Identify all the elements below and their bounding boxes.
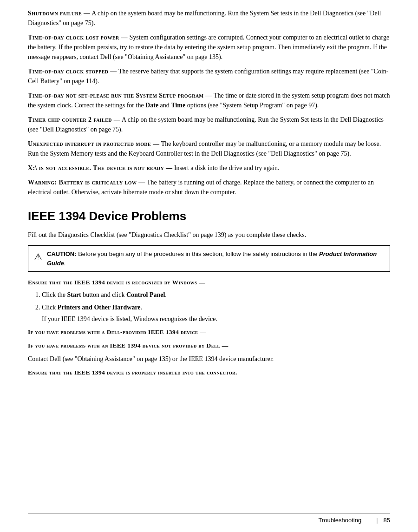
entry-time-of-day-lost-power: Time-of-day clock lost power — System co… bbox=[28, 33, 390, 62]
if-label-not-dell-provided: If you have problems with an IEEE 1394 d… bbox=[28, 341, 390, 350]
caution-icon: ⚠ bbox=[34, 250, 42, 264]
ensure-step-2: Click Printers and Other Hardware. If yo… bbox=[42, 302, 390, 324]
entry-x-not-accessible: X:\ is not accessible. The device is not… bbox=[28, 163, 390, 173]
entry-label-unexpected-interrupt: Unexpected interrupt in protected mode — bbox=[28, 140, 159, 147]
ensure-step-1: Click the Start button and click Control… bbox=[42, 290, 390, 300]
footer-label: Troubleshooting bbox=[318, 517, 361, 524]
caution-text-body: Before you begin any of the procedures i… bbox=[78, 250, 319, 257]
step2-text1: Click bbox=[42, 304, 58, 311]
footer-separator: | bbox=[376, 517, 378, 524]
entry-timer-chip: Timer chip counter 2 failed — A chip on … bbox=[28, 115, 390, 134]
caution-text-end: . bbox=[64, 260, 66, 267]
entry-text-time-not-set-2: and bbox=[158, 102, 171, 109]
step1-text3: . bbox=[165, 291, 167, 298]
ensure-label-properly-inserted: Ensure that the IEEE 1394 device is prop… bbox=[28, 369, 237, 376]
entry-label-time-not-set: Time-of-day not set-please run the Syste… bbox=[28, 92, 212, 99]
step1-text1: Click the bbox=[42, 291, 67, 298]
page-content: Shutdown failure — A chip on the system … bbox=[0, 0, 418, 409]
sub-entry-if-dell-provided: If you have problems with a Dell-provide… bbox=[28, 328, 390, 337]
entry-label-warning-battery: Warning: Battery is critically low — bbox=[28, 179, 145, 186]
entry-time-not-set: Time-of-day not set-please run the Syste… bbox=[28, 91, 390, 110]
footer-page-number: 85 bbox=[384, 517, 390, 524]
bold-term-time: Time bbox=[171, 102, 185, 109]
entry-label-timer-chip: Timer chip counter 2 failed — bbox=[28, 116, 120, 123]
entry-label-shutdown-failure: Shutdown failure — bbox=[28, 10, 91, 17]
step2-text2: . bbox=[141, 304, 143, 311]
page-footer: Troubleshooting | 85 bbox=[28, 513, 390, 524]
section-heading-ieee1394: IEEE 1394 Device Problems bbox=[28, 207, 390, 225]
step2-note: If your IEEE 1394 device is listed, Wind… bbox=[42, 314, 390, 324]
ensure-steps-list: Click the Start button and click Control… bbox=[42, 290, 390, 324]
caution-box: ⚠ CAUTION: Before you begin any of the p… bbox=[28, 245, 390, 272]
entry-label-x-not-accessible: X:\ is not accessible. The device is not… bbox=[28, 164, 172, 171]
step2-bold1: Printers and Other Hardware bbox=[58, 304, 141, 311]
entry-label-time-lost-power: Time-of-day clock lost power — bbox=[28, 34, 128, 41]
entry-text-x-not-accessible: Insert a disk into the drive and try aga… bbox=[174, 164, 280, 171]
section-intro-ieee1394: Fill out the Diagnostics Checklist (see … bbox=[28, 230, 390, 240]
contact-dell-text: Contact Dell (see "Obtaining Assistance"… bbox=[28, 355, 274, 362]
sub-entry-ensure-inserted: Ensure that the IEEE 1394 device is prop… bbox=[28, 368, 390, 377]
entry-shutdown-failure: Shutdown failure — A chip on the system … bbox=[28, 8, 390, 28]
step1-text2: button and click bbox=[81, 291, 126, 298]
caution-text: CAUTION: Before you begin any of the pro… bbox=[47, 250, 384, 268]
caution-label: CAUTION: bbox=[47, 250, 77, 257]
step1-bold1: Start bbox=[67, 291, 81, 298]
bold-term-date: Date bbox=[145, 102, 158, 109]
if-label-dell-provided: If you have problems with a Dell-provide… bbox=[28, 328, 390, 337]
ensure-label-ieee-recognized: Ensure that the IEEE 1394 device is reco… bbox=[28, 279, 205, 286]
sub-entry-ensure-ieee-recognized: Ensure that the IEEE 1394 device is reco… bbox=[28, 277, 390, 324]
sub-entry-contact-dell: Contact Dell (see "Obtaining Assistance"… bbox=[28, 354, 390, 364]
sub-entry-if-not-dell-provided: If you have problems with an IEEE 1394 d… bbox=[28, 341, 390, 350]
entry-text-time-not-set-3: options (see "System Setup Program" on p… bbox=[185, 102, 319, 109]
entry-unexpected-interrupt: Unexpected interrupt in protected mode —… bbox=[28, 139, 390, 158]
step1-bold2: Control Panel bbox=[126, 291, 165, 298]
entry-warning-battery: Warning: Battery is critically low — The… bbox=[28, 177, 390, 197]
entry-time-of-day-stopped: Time-of-day clock stopped — The reserve … bbox=[28, 66, 390, 86]
entry-label-time-stopped: Time-of-day clock stopped — bbox=[28, 68, 117, 75]
